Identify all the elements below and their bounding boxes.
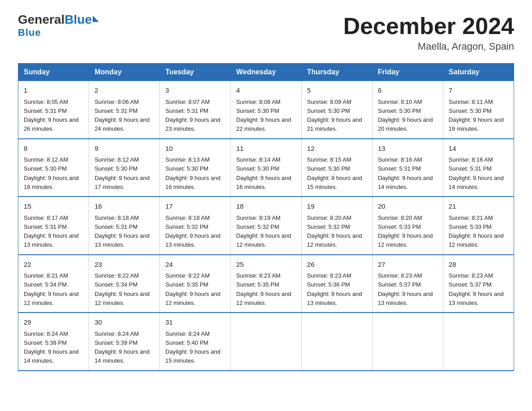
day-number: 5 xyxy=(307,86,367,96)
day-detail: Sunrise: 8:19 AMSunset: 5:32 PMDaylight:… xyxy=(236,214,291,248)
calendar-cell: 17Sunrise: 8:18 AMSunset: 5:32 PMDayligh… xyxy=(160,197,231,255)
calendar-cell: 26Sunrise: 8:23 AMSunset: 5:36 PMDayligh… xyxy=(301,255,372,313)
day-detail: Sunrise: 8:20 AMSunset: 5:33 PMDaylight:… xyxy=(378,214,433,248)
calendar-week-row: 1Sunrise: 8:05 AMSunset: 5:31 PMDaylight… xyxy=(18,81,514,139)
logo-blue-text: Blue xyxy=(64,13,92,26)
day-detail: Sunrise: 8:18 AMSunset: 5:32 PMDaylight:… xyxy=(165,214,220,248)
day-number: 11 xyxy=(236,144,296,154)
page-header: GeneralBlue Blue December 2024 Maella, A… xyxy=(18,13,514,52)
calendar-cell: 27Sunrise: 8:23 AMSunset: 5:37 PMDayligh… xyxy=(372,255,443,313)
day-number: 25 xyxy=(236,260,296,270)
day-number: 2 xyxy=(94,86,154,96)
calendar-week-row: 29Sunrise: 8:24 AMSunset: 5:38 PMDayligh… xyxy=(18,313,514,371)
day-detail: Sunrise: 8:14 AMSunset: 5:30 PMDaylight:… xyxy=(236,156,291,190)
day-number: 15 xyxy=(24,201,83,212)
calendar-header-row: SundayMondayTuesdayWednesdayThursdayFrid… xyxy=(18,64,514,81)
day-number: 14 xyxy=(449,144,508,154)
day-detail: Sunrise: 8:11 AMSunset: 5:30 PMDaylight:… xyxy=(449,98,504,133)
day-number: 27 xyxy=(378,260,438,270)
day-number: 20 xyxy=(378,201,438,212)
calendar-header-friday: Friday xyxy=(372,64,443,81)
calendar-header-thursday: Thursday xyxy=(301,64,372,81)
day-detail: Sunrise: 8:08 AMSunset: 5:30 PMDaylight:… xyxy=(236,98,291,133)
calendar-cell: 29Sunrise: 8:24 AMSunset: 5:38 PMDayligh… xyxy=(18,313,89,371)
calendar-cell: 3Sunrise: 8:07 AMSunset: 5:31 PMDaylight… xyxy=(160,81,231,139)
day-detail: Sunrise: 8:24 AMSunset: 5:40 PMDaylight:… xyxy=(165,330,220,364)
day-number: 17 xyxy=(165,201,225,212)
day-number: 31 xyxy=(165,317,225,328)
calendar-cell: 20Sunrise: 8:20 AMSunset: 5:33 PMDayligh… xyxy=(372,197,443,255)
title-block: December 2024 Maella, Aragon, Spain xyxy=(343,13,514,52)
day-detail: Sunrise: 8:24 AMSunset: 5:39 PMDaylight:… xyxy=(94,330,150,364)
calendar-cell: 23Sunrise: 8:22 AMSunset: 5:34 PMDayligh… xyxy=(89,255,160,313)
day-detail: Sunrise: 8:20 AMSunset: 5:32 PMDaylight:… xyxy=(307,214,362,248)
calendar-header-saturday: Saturday xyxy=(443,64,514,81)
calendar-cell: 5Sunrise: 8:09 AMSunset: 5:30 PMDaylight… xyxy=(301,81,372,139)
day-detail: Sunrise: 8:21 AMSunset: 5:34 PMDaylight:… xyxy=(24,272,79,306)
day-detail: Sunrise: 8:23 AMSunset: 5:36 PMDaylight:… xyxy=(307,272,362,306)
day-detail: Sunrise: 8:05 AMSunset: 5:31 PMDaylight:… xyxy=(24,98,79,133)
calendar-week-row: 15Sunrise: 8:17 AMSunset: 5:31 PMDayligh… xyxy=(18,197,514,255)
day-detail: Sunrise: 8:16 AMSunset: 5:31 PMDaylight:… xyxy=(449,156,504,190)
calendar-cell xyxy=(231,313,301,371)
day-number: 3 xyxy=(165,86,225,96)
calendar-cell xyxy=(443,313,514,371)
calendar-cell xyxy=(301,313,372,371)
calendar-cell: 4Sunrise: 8:08 AMSunset: 5:30 PMDaylight… xyxy=(231,81,301,139)
day-number: 21 xyxy=(449,201,508,212)
day-number: 23 xyxy=(94,260,154,270)
day-detail: Sunrise: 8:22 AMSunset: 5:34 PMDaylight:… xyxy=(94,272,150,306)
calendar-cell: 2Sunrise: 8:06 AMSunset: 5:31 PMDaylight… xyxy=(89,81,160,139)
calendar-cell: 25Sunrise: 8:23 AMSunset: 5:35 PMDayligh… xyxy=(231,255,301,313)
calendar-cell: 24Sunrise: 8:22 AMSunset: 5:35 PMDayligh… xyxy=(160,255,231,313)
calendar-header-tuesday: Tuesday xyxy=(160,64,231,81)
day-detail: Sunrise: 8:17 AMSunset: 5:31 PMDaylight:… xyxy=(24,214,79,248)
day-number: 7 xyxy=(449,86,508,96)
day-detail: Sunrise: 8:23 AMSunset: 5:35 PMDaylight:… xyxy=(236,272,291,306)
day-detail: Sunrise: 8:10 AMSunset: 5:30 PMDaylight:… xyxy=(378,98,433,133)
day-number: 24 xyxy=(165,260,225,270)
calendar-cell: 14Sunrise: 8:16 AMSunset: 5:31 PMDayligh… xyxy=(443,139,514,197)
day-detail: Sunrise: 8:15 AMSunset: 5:30 PMDaylight:… xyxy=(307,156,362,190)
page-subtitle: Maella, Aragon, Spain xyxy=(343,41,514,52)
day-number: 4 xyxy=(236,86,296,96)
calendar-cell: 19Sunrise: 8:20 AMSunset: 5:32 PMDayligh… xyxy=(301,197,372,255)
calendar-cell xyxy=(372,313,443,371)
logo: GeneralBlue Blue xyxy=(18,13,99,39)
logo-triangle-icon xyxy=(93,16,99,22)
calendar-cell: 21Sunrise: 8:21 AMSunset: 5:33 PMDayligh… xyxy=(443,197,514,255)
calendar-cell: 18Sunrise: 8:19 AMSunset: 5:32 PMDayligh… xyxy=(231,197,301,255)
day-detail: Sunrise: 8:16 AMSunset: 5:31 PMDaylight:… xyxy=(378,156,433,190)
day-number: 6 xyxy=(378,86,438,96)
calendar-cell: 30Sunrise: 8:24 AMSunset: 5:39 PMDayligh… xyxy=(89,313,160,371)
day-number: 12 xyxy=(307,144,367,154)
day-number: 30 xyxy=(94,317,154,328)
day-detail: Sunrise: 8:18 AMSunset: 5:31 PMDaylight:… xyxy=(94,214,150,248)
calendar-cell: 11Sunrise: 8:14 AMSunset: 5:30 PMDayligh… xyxy=(231,139,301,197)
day-detail: Sunrise: 8:12 AMSunset: 5:30 PMDaylight:… xyxy=(94,156,150,190)
logo-underline: Blue xyxy=(18,27,41,39)
calendar-header-wednesday: Wednesday xyxy=(231,64,301,81)
calendar-cell: 31Sunrise: 8:24 AMSunset: 5:40 PMDayligh… xyxy=(160,313,231,371)
day-number: 13 xyxy=(378,144,438,154)
day-number: 28 xyxy=(449,260,508,270)
calendar-week-row: 8Sunrise: 8:12 AMSunset: 5:30 PMDaylight… xyxy=(18,139,514,197)
day-detail: Sunrise: 8:09 AMSunset: 5:30 PMDaylight:… xyxy=(307,98,362,133)
day-number: 8 xyxy=(24,144,83,154)
day-number: 16 xyxy=(94,201,154,212)
calendar-table: SundayMondayTuesdayWednesdayThursdayFrid… xyxy=(18,63,514,371)
day-detail: Sunrise: 8:13 AMSunset: 5:30 PMDaylight:… xyxy=(165,156,220,190)
calendar-cell: 6Sunrise: 8:10 AMSunset: 5:30 PMDaylight… xyxy=(372,81,443,139)
day-detail: Sunrise: 8:21 AMSunset: 5:33 PMDaylight:… xyxy=(449,214,504,248)
calendar-cell: 15Sunrise: 8:17 AMSunset: 5:31 PMDayligh… xyxy=(18,197,89,255)
calendar-cell: 13Sunrise: 8:16 AMSunset: 5:31 PMDayligh… xyxy=(372,139,443,197)
day-number: 26 xyxy=(307,260,367,270)
logo-general-text: General xyxy=(18,13,64,26)
day-number: 19 xyxy=(307,201,367,212)
calendar-header-monday: Monday xyxy=(89,64,160,81)
calendar-cell: 28Sunrise: 8:23 AMSunset: 5:37 PMDayligh… xyxy=(443,255,514,313)
day-number: 9 xyxy=(94,144,154,154)
day-detail: Sunrise: 8:23 AMSunset: 5:37 PMDaylight:… xyxy=(378,272,433,306)
day-detail: Sunrise: 8:06 AMSunset: 5:31 PMDaylight:… xyxy=(94,98,150,133)
calendar-cell: 16Sunrise: 8:18 AMSunset: 5:31 PMDayligh… xyxy=(89,197,160,255)
